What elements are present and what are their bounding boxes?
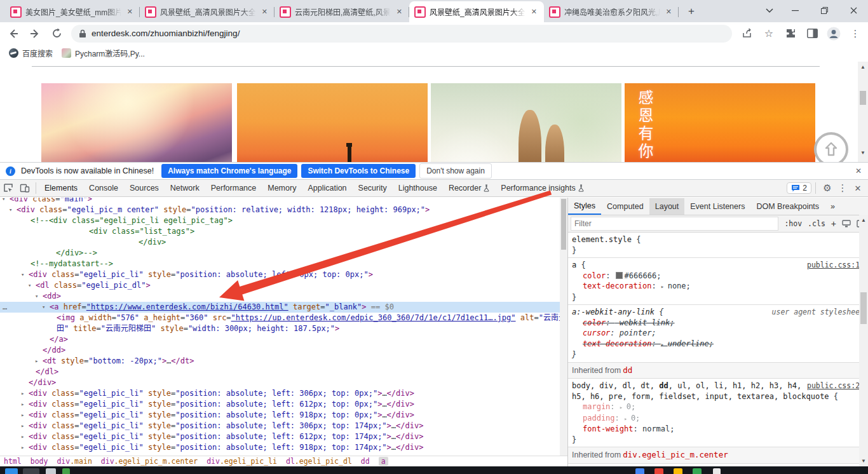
- infobar-close-button[interactable]: ✕: [855, 166, 862, 175]
- taskbar-app-icon[interactable]: [674, 468, 682, 474]
- toggle-hover-state[interactable]: :hov: [784, 219, 802, 228]
- elements-tree-row[interactable]: </div>-->: [0, 248, 560, 259]
- scrollbar-thumb[interactable]: [860, 292, 867, 324]
- disclosure-triangle-icon[interactable]: ▸: [21, 431, 24, 442]
- css-property[interactable]: text-decoration: ▸ none;: [572, 281, 864, 292]
- new-tab-button[interactable]: +: [682, 3, 700, 20]
- extensions-button[interactable]: [782, 25, 799, 43]
- minimize-button[interactable]: [780, 0, 810, 21]
- browser-tab[interactable]: 风景壁纸_高清风景图片大全...✕: [409, 1, 544, 22]
- row-overflow-menu-icon[interactable]: …: [3, 302, 8, 313]
- devtools-tab-console[interactable]: Console: [83, 180, 124, 196]
- tab-close-icon[interactable]: ✕: [260, 7, 269, 17]
- elements-tree-row[interactable]: ▸<div class="egeli_pic_li" style="positi…: [0, 421, 560, 431]
- scrollbar-up-arrow[interactable]: ▲: [860, 64, 865, 70]
- inherited-node-link[interactable]: dd: [623, 365, 632, 375]
- css-property[interactable]: margin: ▸ 0;: [572, 402, 864, 413]
- disclosure-triangle-icon[interactable]: ▾: [9, 205, 12, 215]
- tab-close-icon[interactable]: ✕: [395, 7, 404, 17]
- dont-show-again-button[interactable]: Don't show again: [419, 163, 492, 179]
- disclosure-triangle-icon[interactable]: ▸: [21, 399, 24, 410]
- breadcrumb-item[interactable]: div.egeli_pic_li: [207, 457, 277, 466]
- elements-tree-row[interactable]: ▾<div class="egeli_pic_li" style="positi…: [0, 269, 560, 280]
- match-language-button[interactable]: Always match Chrome's language: [161, 164, 297, 178]
- devtools-tab-lighthouse[interactable]: Lighthouse: [393, 180, 443, 196]
- taskbar-app-icon[interactable]: [23, 468, 39, 474]
- breadcrumb-item[interactable]: div.egeli_pic_m.center: [101, 457, 198, 466]
- devtools-tab-memory[interactable]: Memory: [262, 180, 302, 196]
- inherited-node-link[interactable]: div.egeli_pic_m.center: [623, 450, 728, 459]
- devtools-tab-security[interactable]: Security: [353, 180, 393, 196]
- maximize-button[interactable]: [810, 0, 839, 21]
- reload-button[interactable]: [48, 25, 65, 42]
- elements-scrollbar[interactable]: [560, 198, 567, 456]
- side-panel-button[interactable]: [803, 25, 821, 43]
- disclosure-triangle-icon[interactable]: ▸: [21, 388, 24, 399]
- taskbar-app-icon[interactable]: [654, 468, 663, 474]
- back-button[interactable]: [5, 25, 22, 42]
- bookmark-star-button[interactable]: ☆: [760, 25, 778, 43]
- tab-search-button[interactable]: [759, 0, 780, 21]
- sidebar-tab-styles[interactable]: Styles: [568, 198, 601, 215]
- elements-tree-row[interactable]: 田" title="云南元阳梯田" style="width: 300px; h…: [0, 323, 560, 334]
- tab-close-icon[interactable]: ✕: [664, 7, 674, 17]
- sidebar-tab-»[interactable]: »: [825, 198, 841, 215]
- scroll-to-top-button[interactable]: [814, 132, 848, 162]
- css-property[interactable]: color: #666666;: [572, 271, 864, 281]
- breadcrumb-item[interactable]: div.main: [57, 457, 92, 466]
- expand-arrow-icon[interactable]: ▸: [661, 283, 668, 290]
- devtools-tab-sources[interactable]: Sources: [124, 180, 165, 196]
- profile-avatar[interactable]: [825, 25, 843, 43]
- devtools-menu-button[interactable]: ⋮: [835, 180, 850, 196]
- wallpaper-thumbnail-sunset[interactable]: 感恩有你: [625, 83, 815, 162]
- disclosure-triangle-icon[interactable]: ▸: [35, 356, 38, 367]
- css-property[interactable]: font-weight: normal;: [572, 424, 864, 435]
- scrollbar-thumb[interactable]: [860, 91, 866, 105]
- address-bar[interactable]: enterdesk.com/zhuomianbizhi/fengjing/: [71, 25, 732, 43]
- elements-tree-row[interactable]: ▸<div class="egeli_pic_li" style="positi…: [0, 442, 560, 453]
- styles-scrollbar[interactable]: ▲ ▼: [859, 215, 868, 466]
- breadcrumb-item[interactable]: dd: [361, 457, 370, 466]
- elements-tree-row[interactable]: ▾<div class="egeli_pic_m center" style="…: [0, 205, 560, 215]
- disclosure-triangle-icon[interactable]: ▾: [35, 291, 38, 302]
- scrollbar-thumb[interactable]: [561, 199, 566, 250]
- breadcrumb-item[interactable]: html: [4, 457, 22, 466]
- devtools-tab-recorder[interactable]: Recorder: [443, 180, 495, 196]
- breadcrumb-item[interactable]: body: [31, 457, 48, 466]
- sidebar-tab-event-listeners[interactable]: Event Listeners: [684, 198, 750, 215]
- browser-tab[interactable]: 美女图片_美女壁纸_mm图片...✕: [5, 1, 140, 22]
- breadcrumb-item[interactable]: a: [379, 457, 388, 466]
- stylesheet-origin-link[interactable]: public.css:24: [807, 381, 864, 391]
- elements-tree-row[interactable]: ▾<dd>: [0, 291, 560, 302]
- elements-tree-row[interactable]: </div>: [0, 377, 560, 388]
- elements-tree-row[interactable]: ▸<div class="egeli_pic_li" style="positi…: [0, 410, 560, 421]
- css-property[interactable]: cursor: pointer;: [572, 328, 864, 339]
- elements-tree-row[interactable]: <div class="list_tags">: [0, 226, 560, 237]
- devtools-tab-elements[interactable]: Elements: [39, 180, 83, 196]
- disclosure-triangle-icon[interactable]: ▾: [42, 302, 45, 313]
- browser-tab[interactable]: 云南元阳梯田,高清壁纸,风景...✕: [275, 1, 409, 22]
- expand-arrow-icon[interactable]: ▸: [620, 404, 627, 410]
- devtools-tab-performance-insights[interactable]: Performance insights: [495, 180, 589, 196]
- breadcrumb-item[interactable]: dl.egeli_pic_dl: [286, 457, 352, 466]
- elements-tree-row[interactable]: </div>: [0, 237, 560, 248]
- elements-tree-row[interactable]: </a>: [0, 334, 560, 345]
- bookmark-item[interactable]: 百度搜索: [9, 48, 53, 58]
- bookmark-item[interactable]: Pycharm激活码,Py...: [62, 48, 145, 58]
- color-swatch-icon[interactable]: [616, 272, 623, 279]
- tab-close-icon[interactable]: ✕: [529, 7, 539, 17]
- expand-arrow-icon[interactable]: ▸: [624, 416, 631, 422]
- taskbar-app-icon[interactable]: [635, 468, 644, 474]
- new-style-rule-button[interactable]: +: [831, 219, 836, 229]
- disclosure-triangle-icon[interactable]: ▾: [21, 269, 24, 280]
- elements-tree-row[interactable]: <!--<div class="egeli_pic_li egeli_pic_t…: [0, 215, 560, 226]
- browser-menu-button[interactable]: ⋮: [846, 25, 864, 43]
- rendering-emulation-icon[interactable]: [842, 220, 851, 227]
- taskbar-app-icon[interactable]: [5, 468, 18, 474]
- elements-tree-row[interactable]: <img a_width="576" a_height="360" src="h…: [0, 313, 560, 323]
- css-property[interactable]: padding: ▸ 0;: [572, 413, 864, 424]
- taskbar-app-icon[interactable]: [713, 468, 721, 474]
- wallpaper-thumbnail-terraces[interactable]: [41, 83, 232, 162]
- elements-tree-row[interactable]: ▸<div class="egeli_pic_li" style="positi…: [0, 431, 560, 442]
- elements-tree-row[interactable]: </dl>: [0, 367, 560, 377]
